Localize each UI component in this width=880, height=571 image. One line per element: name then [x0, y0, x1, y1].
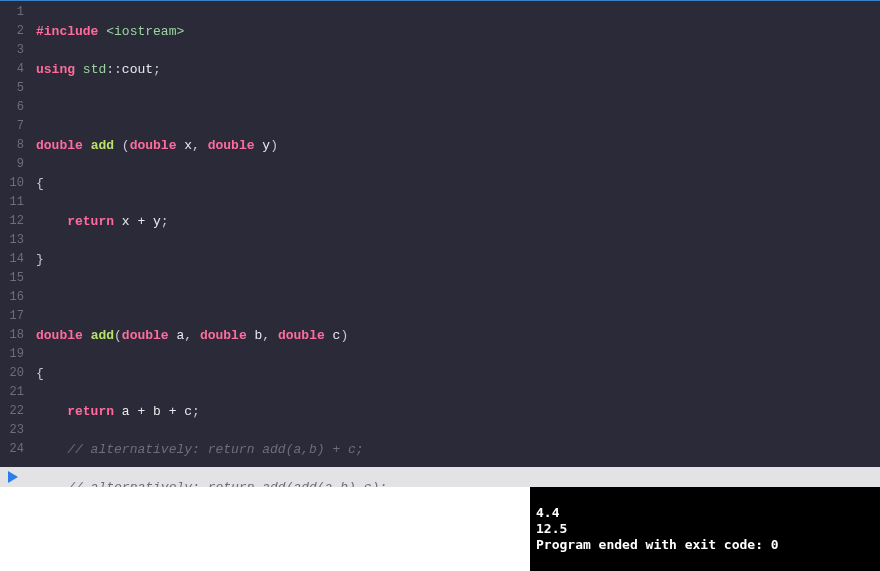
- line-number: 24: [4, 440, 24, 459]
- line-number: 13: [4, 231, 24, 250]
- code-line[interactable]: [36, 98, 512, 117]
- code-line[interactable]: double add (double x, double y): [36, 136, 512, 155]
- line-number: 1: [4, 3, 24, 22]
- line-number: 21: [4, 383, 24, 402]
- code-line[interactable]: return x + y;: [36, 212, 512, 231]
- code-line[interactable]: {: [36, 174, 512, 193]
- code-line[interactable]: // alternatively: return add(a,b) + c;: [36, 440, 512, 459]
- line-number: 18: [4, 326, 24, 345]
- bottom-panel: 4.4 12.5 Program ended with exit code: 0: [0, 487, 880, 571]
- code-line[interactable]: return a + b + c;: [36, 402, 512, 421]
- line-number: 16: [4, 288, 24, 307]
- line-number: 4: [4, 60, 24, 79]
- output-console[interactable]: 4.4 12.5 Program ended with exit code: 0: [530, 487, 880, 571]
- line-number: 23: [4, 421, 24, 440]
- line-number: 12: [4, 212, 24, 231]
- line-number: 7: [4, 117, 24, 136]
- line-number: 5: [4, 79, 24, 98]
- code-line[interactable]: }: [36, 250, 512, 269]
- line-number: 8: [4, 136, 24, 155]
- console-line: 4.4: [536, 505, 559, 520]
- code-line[interactable]: {: [36, 364, 512, 383]
- line-number: 22: [4, 402, 24, 421]
- console-line: Program ended with exit code: 0: [536, 537, 779, 552]
- line-number: 9: [4, 155, 24, 174]
- line-number-gutter: 1 2 3 4 5 6 7 8 9 10 11 12 13 14 15 16 1…: [0, 1, 32, 467]
- line-number: 10: [4, 174, 24, 193]
- line-number: 11: [4, 193, 24, 212]
- continue-icon[interactable]: [8, 471, 22, 483]
- console-line: 12.5: [536, 521, 567, 536]
- code-area[interactable]: #include <iostream> using std::cout; dou…: [32, 1, 512, 467]
- code-line[interactable]: #include <iostream>: [36, 22, 512, 41]
- line-number: 2: [4, 22, 24, 41]
- code-line[interactable]: using std::cout;: [36, 60, 512, 79]
- line-number: 20: [4, 364, 24, 383]
- line-number: 19: [4, 345, 24, 364]
- code-line[interactable]: [36, 288, 512, 307]
- line-number: 17: [4, 307, 24, 326]
- svg-marker-0: [8, 471, 18, 483]
- code-editor[interactable]: 1 2 3 4 5 6 7 8 9 10 11 12 13 14 15 16 1…: [0, 0, 880, 467]
- code-line[interactable]: double add(double a, double b, double c): [36, 326, 512, 345]
- line-number: 6: [4, 98, 24, 117]
- line-number: 14: [4, 250, 24, 269]
- variables-pane[interactable]: [0, 487, 530, 571]
- line-number: 15: [4, 269, 24, 288]
- line-number: 3: [4, 41, 24, 60]
